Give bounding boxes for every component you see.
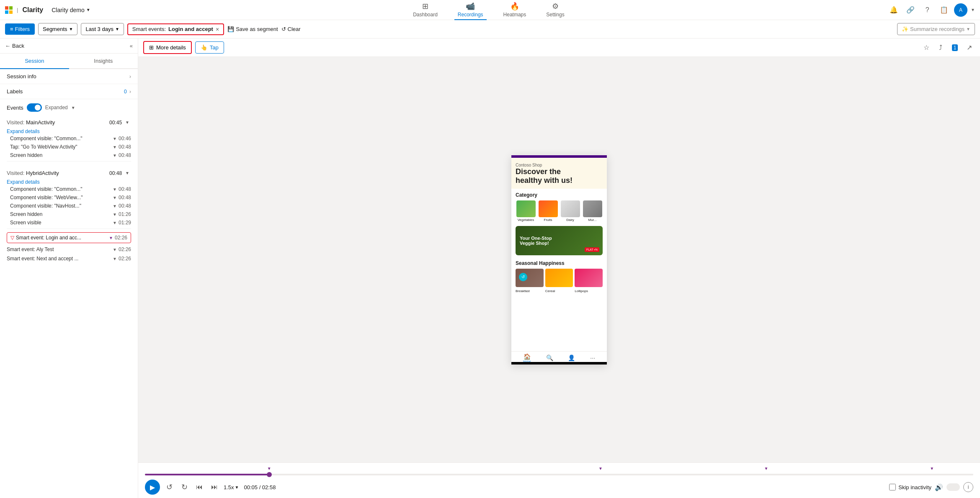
controls-right: Skip inactivity 🔊 i (889, 482, 973, 492)
sub-event-time-1: 00:46 (119, 136, 131, 141)
skip-inactivity-label: Skip inactivity (898, 484, 931, 490)
expand-details-link[interactable]: Expand details (7, 128, 131, 134)
next-button[interactable]: ⏭ (209, 481, 220, 493)
playback-toggle[interactable] (946, 483, 960, 491)
recording-viewport: Contoso Shop Discover the healthy with u… (138, 57, 980, 462)
fruit-label: Fruits (544, 218, 552, 222)
shop-title-line1: Discover the (516, 167, 561, 176)
speed-value: 1.5x (224, 484, 234, 490)
project-selector[interactable]: Clarity demo ▼ (52, 7, 90, 13)
clipboard-button[interactable]: 📋 (937, 3, 951, 17)
user-avatar[interactable]: A (954, 3, 967, 17)
connections-button[interactable]: 🔗 (904, 3, 917, 17)
notifications-button[interactable]: 🔔 (887, 3, 900, 17)
info-button[interactable]: i (963, 482, 973, 492)
details-icon: ⊞ (149, 44, 154, 51)
hybridactivity-time: 00:48 (109, 170, 122, 176)
shop-name: Contoso Shop (516, 163, 603, 167)
phone-nav-home[interactable]: 🏠 Home (523, 353, 531, 363)
sub-event-common-2: Component visible: "Common..." ▼ 00:48 (7, 185, 131, 193)
nav-item-settings[interactable]: ⚙ Settings (543, 0, 567, 20)
flat-badge: FLAT •% (585, 247, 599, 252)
seasonal-title: Seasonal Happiness (516, 260, 603, 266)
filters-button[interactable]: ≡ Filters (5, 23, 35, 35)
nav-item-heatmaps[interactable]: 🔥 Heatmaps (500, 0, 530, 20)
chevron-down-icon-sum: ▼ (966, 27, 970, 31)
sub-event-label-1: Component visible: "Common..." (10, 136, 111, 141)
microsoft-logo: | Clarity (5, 6, 43, 14)
smart-event-login-time: 02:26 (115, 235, 127, 241)
down-arrow-icon-1: ▼ (113, 136, 117, 141)
more-thumb (583, 200, 602, 217)
session-info-label: Session info (7, 73, 129, 80)
share-button[interactable]: ⤴ (935, 42, 946, 54)
down-arrow-next: ▼ (113, 257, 117, 261)
chevron-right-icon: › (129, 73, 131, 80)
shop-title-line2: healthy with us! (516, 176, 573, 185)
speed-selector[interactable]: 1.5x ▼ (224, 484, 239, 490)
seasonal-grid: ↺ Breakfast Cereal Lollipops (516, 269, 603, 293)
skip-inactivity-wrapper: Skip inactivity (889, 484, 931, 490)
play-button[interactable]: ▶ (145, 480, 160, 495)
controls-row: ▶ ↺ ↻ ⏮ ⏭ 1.5x ▼ 00:05 / 02:58 Skip inac… (138, 477, 980, 498)
phone-nav-search[interactable]: 🔍 (546, 354, 553, 361)
nav-label-settings: Settings (546, 12, 564, 18)
sparkle-icon: ✨ (902, 26, 908, 32)
sub-event-label-h4: Screen hidden (10, 211, 111, 217)
export-button[interactable]: ↗ (963, 42, 975, 54)
summarize-recordings-button[interactable]: ✨ Summarize recordings ▼ (897, 23, 975, 35)
shop-header: Contoso Shop Discover the healthy with u… (511, 158, 607, 189)
search-nav-icon: 🔍 (546, 354, 553, 361)
veg-thumb (516, 200, 536, 217)
mainactivity-time: 00:45 (109, 120, 122, 126)
collapse-sidebar-button[interactable]: « (130, 43, 133, 49)
rewind-button[interactable]: ↺ (163, 481, 175, 493)
segments-button[interactable]: Segments ▼ (38, 23, 77, 35)
clear-button[interactable]: ↺ Clear (281, 26, 301, 32)
account-nav-icon: 👤 (568, 354, 575, 361)
visited-mainactivity-label: Visited: MainActivity (7, 119, 109, 126)
chevron-down-icon-user: ▼ (971, 8, 975, 12)
content-area: ← Back « Session Insights Session info › (0, 39, 980, 498)
nav-item-recordings[interactable]: 📹 Recordings (454, 0, 487, 20)
badge-button[interactable]: 1 (949, 42, 961, 54)
smart-event-login-label: Smart event: Login and acc... (16, 235, 107, 241)
labels-label: Labels (7, 88, 124, 95)
filter-icon: ▽ (10, 235, 14, 241)
skip-inactivity-checkbox[interactable] (889, 484, 896, 490)
fast-forward-button[interactable]: ↻ (178, 481, 190, 493)
help-button[interactable]: ? (921, 3, 934, 17)
star-button[interactable]: ☆ (921, 42, 932, 54)
progress-thumb[interactable] (267, 472, 272, 477)
expand-details-hybrid-link[interactable]: Expand details (7, 179, 131, 185)
category-dairy: Dairy (560, 200, 580, 222)
dairy-label: Dairy (566, 218, 574, 222)
back-button[interactable]: ← Back (5, 43, 24, 49)
events-toggle[interactable] (27, 103, 42, 112)
prev-button[interactable]: ⏮ (193, 481, 205, 493)
tap-label: Tap (210, 44, 219, 51)
tab-session[interactable]: Session (0, 54, 69, 69)
breakfast-label: Breakfast (516, 289, 530, 293)
tab-insights[interactable]: Insights (69, 54, 138, 68)
tap-button[interactable]: 👆 Tap (195, 41, 224, 54)
chevron-down-icon-days: ▼ (115, 27, 119, 31)
more-details-button[interactable]: ⊞ More details (143, 41, 192, 54)
phone-nav-account[interactable]: 👤 (568, 354, 575, 361)
nav-item-dashboard[interactable]: ⊞ Dashboard (410, 0, 441, 20)
dairy-thumb (561, 200, 580, 217)
heatmaps-icon: 🔥 (510, 2, 519, 11)
progress-track[interactable] (145, 474, 973, 475)
veggie-banner-text: Your One-StopVeggie Shop! (520, 236, 552, 246)
remove-filter-button[interactable]: × (216, 26, 219, 33)
session-info-row[interactable]: Session info › (0, 69, 138, 84)
days-filter-button[interactable]: Last 3 days ▼ (81, 23, 124, 35)
labels-row[interactable]: Labels 0 › (0, 84, 138, 99)
volume-button[interactable]: 🔊 (935, 483, 943, 491)
category-fruit: Fruits (538, 200, 558, 222)
phone-nav-more[interactable]: ··· (590, 354, 595, 361)
smart-event-aly-time: 02:26 (119, 246, 131, 252)
cereal-thumb (545, 269, 573, 287)
smart-event-filter-tag: Smart events: Login and accept × (127, 23, 224, 35)
save-segment-button[interactable]: 💾 Save as segment (227, 26, 278, 32)
